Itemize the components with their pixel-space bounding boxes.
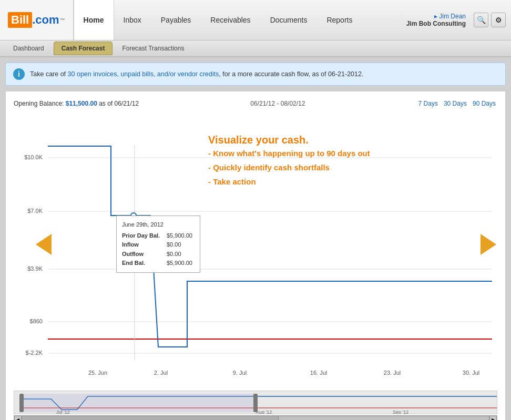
svg-rect-8 xyxy=(19,394,24,412)
y-label-neg-2-2k: $-2.2K xyxy=(26,350,43,356)
left-nav-arrow xyxy=(36,234,52,255)
x-label-jul2: 2. Jul xyxy=(154,370,168,376)
mini-chart-svg: Jul '12 Aug '12 Sep '12 xyxy=(14,391,497,414)
main-nav: Home Inbox Payables Receivables Document… xyxy=(74,0,398,40)
90-days-selector[interactable]: 90 Days xyxy=(471,99,497,108)
tab-forecast-transactions[interactable]: Forecast Transactions xyxy=(114,42,192,55)
tooltip-dot xyxy=(131,213,136,218)
svg-text:Aug '12: Aug '12 xyxy=(256,409,272,414)
y-label-7k: $7.0K xyxy=(27,208,43,214)
chart-container: Opening Balance: $11,500.00 as of 06/21/… xyxy=(5,91,506,420)
main-chart-svg: $10.0K $7.0K $3.9K $860 $-2.2K 25. Jun 2… xyxy=(14,113,497,386)
logo: Bill . com ™ xyxy=(8,12,65,28)
opening-balance: Opening Balance: $11,500.00 as of 06/21/… xyxy=(14,100,139,107)
scrollbar-container[interactable]: ◀ ▶ xyxy=(14,415,497,420)
user-link[interactable]: ▸ Jim Dean xyxy=(434,13,466,20)
nav-inbox[interactable]: Inbox xyxy=(114,0,151,40)
nav-payables[interactable]: Payables xyxy=(151,0,201,40)
x-label-jun25: 25. Jun xyxy=(88,370,107,376)
svg-text:Sep '12: Sep '12 xyxy=(393,409,408,414)
tab-cash-forecast[interactable]: Cash Forecast xyxy=(54,42,113,55)
y-label-3-9k: $3.9K xyxy=(27,265,43,272)
date-range: 06/21/12 - 08/02/12 xyxy=(250,100,305,107)
y-label-860: $860 xyxy=(30,318,43,324)
30-days-selector[interactable]: 30 Days xyxy=(442,99,468,108)
scroll-range[interactable] xyxy=(22,416,279,420)
chart-area[interactable]: $10.0K $7.0K $3.9K $860 $-2.2K 25. Jun 2… xyxy=(14,113,497,388)
user-area: ▸ Jim Dean Jim Bob Consulting xyxy=(398,0,474,40)
logo-area: Bill . com ™ xyxy=(0,0,74,40)
mini-chart[interactable]: Jul '12 Aug '12 Sep '12 xyxy=(14,391,497,414)
banner-link[interactable]: 30 open invoices, unpaid bills, and/or v… xyxy=(68,70,219,78)
nav-documents[interactable]: Documents xyxy=(261,0,318,40)
right-nav-arrow xyxy=(481,234,496,255)
nav-reports[interactable]: Reports xyxy=(317,0,362,40)
chart-line xyxy=(48,146,492,347)
header-icons: 🔍 ⚙ xyxy=(474,0,511,40)
logo-tm: ™ xyxy=(60,17,65,23)
chart-header: Opening Balance: $11,500.00 as of 06/21/… xyxy=(14,99,497,108)
settings-icon[interactable]: ⚙ xyxy=(491,13,506,27)
search-icon[interactable]: 🔍 xyxy=(474,13,488,27)
header: Bill . com ™ Home Inbox Payables Receiva… xyxy=(0,0,511,40)
nav-home[interactable]: Home xyxy=(74,0,114,40)
scroll-right-button[interactable]: ▶ xyxy=(489,416,497,420)
x-label-jul9: 9. Jul xyxy=(233,370,247,376)
x-label-jul30: 30. Jul xyxy=(463,370,479,376)
day-selectors: 7 Days 30 Days 90 Days xyxy=(417,99,497,108)
x-label-jul23: 23. Jul xyxy=(384,370,401,376)
y-label-10k: $10.0K xyxy=(24,154,43,160)
banner-text: Take care of 30 open invoices, unpaid bi… xyxy=(30,70,363,78)
tab-dashboard[interactable]: Dashboard xyxy=(5,42,52,55)
7-days-selector[interactable]: 7 Days xyxy=(417,99,440,108)
scroll-thumb[interactable] xyxy=(22,416,489,420)
logo-bill: Bill xyxy=(8,12,32,28)
info-banner: i Take care of 30 open invoices, unpaid … xyxy=(5,63,506,86)
user-name: Jim Bob Consulting xyxy=(406,20,466,27)
svg-text:Jul '12: Jul '12 xyxy=(56,409,70,414)
x-label-jul16: 16. Jul xyxy=(310,370,327,376)
opening-balance-amount: $11,500.00 xyxy=(66,100,97,107)
info-icon: i xyxy=(13,68,25,80)
scroll-left-button[interactable]: ◀ xyxy=(14,416,22,420)
subnav: Dashboard Cash Forecast Forecast Transac… xyxy=(0,40,511,57)
nav-receivables[interactable]: Receivables xyxy=(201,0,260,40)
logo-com: com xyxy=(35,13,59,27)
